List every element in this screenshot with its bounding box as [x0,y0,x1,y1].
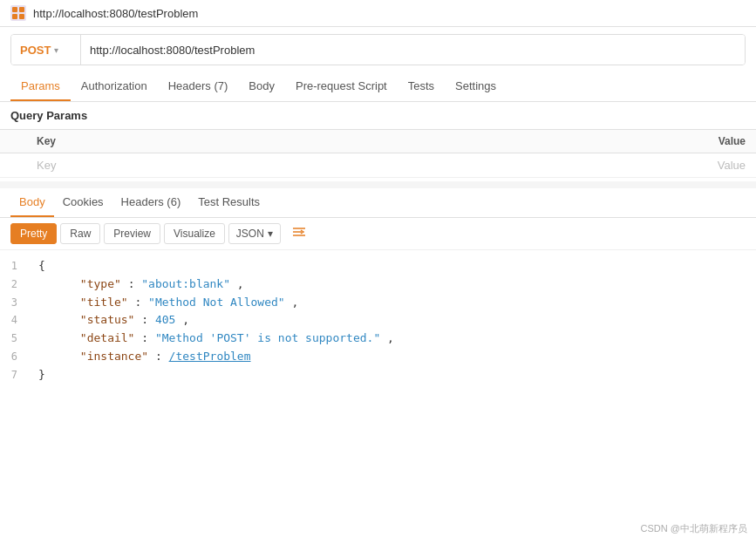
json-line-5: 5 "detail" : "Method 'POST' is not suppo… [0,330,756,348]
key-column-header: Key [26,130,651,153]
key-placeholder[interactable]: Key [26,153,651,178]
format-select-dropdown[interactable]: JSON ▾ [228,223,281,244]
raw-button[interactable]: Raw [60,223,100,244]
response-section: Body Cookies Headers (6) Test Results Pr… [0,181,756,391]
table-header-row: Key Value [0,130,756,153]
params-table: Key Value Key Value [0,129,756,178]
format-select-label: JSON [236,228,264,240]
json-line-1: 1 { [0,257,756,275]
tab-headers[interactable]: Headers (7) [158,72,239,101]
method-label: POST [20,44,51,57]
format-chevron-icon: ▾ [268,228,273,240]
visualize-button[interactable]: Visualize [164,223,225,244]
title-url: http://localhost:8080/testProblem [33,7,198,20]
preview-button[interactable]: Preview [104,223,160,244]
url-input[interactable] [81,35,745,65]
instance-link[interactable]: /testProblem [169,350,251,363]
tab-authorization[interactable]: Authorization [71,72,158,101]
json-line-7: 7 } [0,366,756,384]
json-content: 1 { 2 "type" : "about:blank" , 3 "title"… [0,250,756,391]
chevron-down-icon: ▾ [54,45,58,55]
tab-params[interactable]: Params [10,72,71,101]
tab-body[interactable]: Body [238,72,285,101]
json-line-3: 3 "title" : "Method Not Allowed" , [0,294,756,312]
tab-tests[interactable]: Tests [398,72,445,101]
svg-rect-2 [12,14,17,19]
json-line-2: 2 "type" : "about:blank" , [0,275,756,294]
svg-rect-1 [19,7,24,12]
response-tab-body[interactable]: Body [10,188,54,217]
json-line-4: 4 "status" : 405 , [0,311,756,330]
method-dropdown[interactable]: POST ▾ [11,35,81,65]
response-tab-cookies[interactable]: Cookies [54,188,112,217]
svg-rect-0 [12,7,17,12]
title-bar: http://localhost:8080/testProblem [0,0,756,27]
svg-rect-3 [19,14,24,19]
value-placeholder[interactable]: Value [651,153,756,178]
format-bar: Pretty Raw Preview Visualize JSON ▾ [0,218,756,250]
value-column-header: Value [651,130,756,153]
pretty-button[interactable]: Pretty [10,223,57,244]
request-tab-bar: Params Authorization Headers (7) Body Pr… [0,72,756,102]
url-bar: POST ▾ [10,34,746,65]
response-tab-headers[interactable]: Headers (6) [112,188,190,217]
tab-pre-request[interactable]: Pre-request Script [285,72,398,101]
json-line-6: 6 "instance" : /testProblem [0,348,756,366]
query-params-label: Query Params [0,102,756,129]
response-tab-test-results[interactable]: Test Results [189,188,269,217]
tab-settings[interactable]: Settings [445,72,507,101]
wrap-icon[interactable] [291,224,307,243]
response-tab-bar: Body Cookies Headers (6) Test Results [0,188,756,218]
table-row: Key Value [0,153,756,178]
app-icon [10,5,26,21]
